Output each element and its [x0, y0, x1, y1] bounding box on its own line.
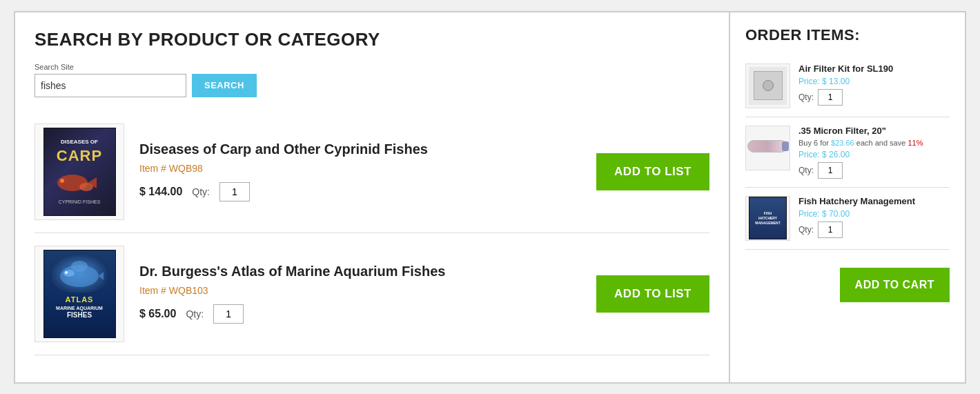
add-to-list-button-2[interactable]: ADD TO LIST [596, 275, 709, 313]
left-panel: SEARCH BY PRODUCT OR CATEGORY Search Sit… [15, 12, 730, 382]
svg-point-7 [65, 271, 68, 274]
order-item-image-2 [745, 126, 790, 170]
add-to-cart-button[interactable]: ADD TO CART [840, 268, 950, 302]
order-item-3: FishHatcheryManagement Fish Hatchery Man… [745, 188, 950, 250]
search-label: Search Site [35, 63, 709, 71]
order-item-name-1: Air Filter Kit for SL190 [798, 63, 950, 74]
svg-marker-5 [99, 272, 104, 280]
order-item-image-3: FishHatcheryManagement [745, 196, 790, 241]
product-info-2: Dr. Burgess's Atlas of Marine Aquarium F… [139, 264, 581, 324]
svg-point-8 [71, 261, 88, 272]
svg-point-2 [60, 179, 64, 183]
search-button[interactable]: SEARCH [192, 74, 257, 97]
order-item-promo-2: Buy 6 for $23.66 each and save 11% [798, 139, 950, 147]
search-input[interactable] [35, 74, 186, 97]
qty-input-1[interactable] [219, 182, 250, 201]
product-price-row-1: $ 144.00 Qty: [139, 182, 581, 201]
order-item-2: .35 Micron Filter, 20" Buy 6 for $23.66 … [745, 117, 950, 188]
svg-point-3 [79, 183, 93, 191]
book-cover-carp: DISEASES OF CARP CYPRINID FISHES [43, 128, 116, 216]
right-panel: ORDER ITEMS: Air Filter Kit for SL190 Pr… [730, 12, 965, 382]
order-item-qty-row-3: Qty: [798, 221, 950, 238]
product-row: DISEASES OF CARP CYPRINID FISHES Disease… [35, 111, 709, 233]
order-item-name-2: .35 Micron Filter, 20" [798, 126, 950, 136]
qty-label-2: Qty: [186, 308, 204, 319]
order-item-details-1: Air Filter Kit for SL190 Price: $ 13.00 … [798, 63, 950, 106]
product-item-number-2: Item # WQB103 [139, 285, 581, 296]
book-cover-atlas: ATLAS MARINE AQUARIUM Fishes [43, 250, 116, 338]
order-qty-input-2[interactable] [818, 162, 843, 179]
product-price-1: $ 144.00 [139, 186, 182, 198]
search-row: SEARCH [35, 74, 709, 97]
order-qty-input-1[interactable] [818, 89, 843, 106]
product-name-2: Dr. Burgess's Atlas of Marine Aquarium F… [139, 264, 581, 279]
product-image-2: ATLAS MARINE AQUARIUM Fishes [35, 246, 124, 342]
order-item-qty-row-1: Qty: [798, 89, 950, 106]
product-name-1: Diseases of Carp and Other Cyprinid Fish… [139, 141, 581, 157]
order-item-price-1: Price: $ 13.00 [798, 77, 950, 86]
order-item-price-2: Price: $ 26.00 [798, 150, 950, 159]
promo-price-link[interactable]: $23.66 [831, 139, 854, 147]
order-item-name-3: Fish Hatchery Management [798, 196, 950, 206]
qty-input-2[interactable] [213, 304, 244, 324]
page-title: SEARCH BY PRODUCT OR CATEGORY [35, 29, 709, 50]
product-row-2: ATLAS MARINE AQUARIUM Fishes Dr. Burgess… [35, 233, 709, 355]
product-item-number-1: Item # WQB98 [139, 163, 581, 174]
product-info-1: Diseases of Carp and Other Cyprinid Fish… [139, 141, 581, 201]
product-image-1: DISEASES OF CARP CYPRINID FISHES [35, 124, 124, 220]
order-item-price-3: Price: $ 70.00 [798, 209, 950, 219]
order-item-details-2: .35 Micron Filter, 20" Buy 6 for $23.66 … [798, 126, 950, 179]
add-to-list-button-1[interactable]: ADD TO LIST [596, 153, 709, 190]
order-item-image-1 [745, 63, 790, 108]
product-price-row-2: $ 65.00 Qty: [139, 304, 581, 324]
order-item-details-3: Fish Hatchery Management Price: $ 70.00 … [798, 196, 950, 238]
order-item-1: Air Filter Kit for SL190 Price: $ 13.00 … [745, 55, 950, 117]
qty-label-1: Qty: [192, 186, 210, 197]
add-to-cart-wrap: ADD TO CART [745, 258, 950, 302]
order-item-qty-row-2: Qty: [798, 162, 950, 179]
order-title: ORDER ITEMS: [745, 26, 950, 44]
product-price-2: $ 65.00 [139, 308, 176, 320]
order-qty-input-3[interactable] [818, 221, 843, 238]
main-container: SEARCH BY PRODUCT OR CATEGORY Search Sit… [14, 11, 966, 384]
